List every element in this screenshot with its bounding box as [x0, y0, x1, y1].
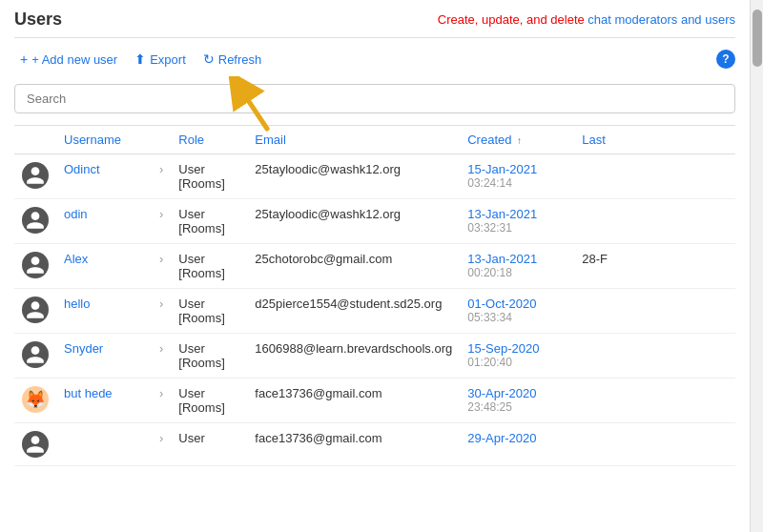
chevron-cell: › [152, 244, 171, 289]
avatar [22, 431, 49, 458]
col-last[interactable]: Last [574, 126, 735, 154]
table-row: ›Userface13736@gmail.com29-Apr-2020 [14, 423, 735, 466]
description-link[interactable]: chat moderators and users [588, 12, 735, 27]
role-cell: User [Rooms] [171, 289, 247, 334]
avatar-cell [14, 289, 56, 334]
email-cell: face13736@gmail.com [247, 423, 460, 466]
col-role[interactable]: Role [171, 126, 247, 154]
username-cell[interactable]: hello [56, 289, 152, 334]
col-username[interactable]: Username [56, 126, 152, 154]
created-date: 29-Apr-2020 [467, 431, 567, 445]
export-icon: ⬆ [134, 51, 146, 67]
username-cell[interactable]: Odinct [56, 154, 152, 199]
sort-arrow-created: ↑ [517, 135, 522, 146]
avatar-cell [14, 244, 56, 289]
table-row: Alex›User [Rooms]25chotorobc@gmail.com13… [14, 244, 735, 289]
table-row: 🦊but hede›User [Rooms]face13736@gmail.co… [14, 379, 735, 423]
created-cell: 13-Jan-2021 00:20:18 [460, 244, 574, 289]
created-cell: 29-Apr-2020 [460, 423, 574, 466]
chevron-cell: › [152, 379, 171, 423]
refresh-button[interactable]: ↻ Refresh [197, 48, 268, 71]
plus-icon: + [20, 51, 28, 67]
username-cell[interactable]: but hede [56, 379, 152, 423]
chevron-cell: › [152, 289, 171, 334]
email-cell: 25tayloodic@washk12.org [247, 199, 460, 244]
scrollbar[interactable] [750, 0, 763, 532]
role-cell: User [171, 423, 247, 466]
avatar [22, 297, 49, 323]
page-header: Users Create, update, and delete chat mo… [14, 10, 735, 38]
email-cell: face13736@gmail.com [247, 379, 460, 423]
created-date: 13-Jan-2021 [467, 207, 567, 221]
col-email[interactable]: Email [247, 126, 460, 154]
created-cell: 30-Apr-2020 23:48:25 [460, 379, 574, 423]
username-cell[interactable] [56, 423, 152, 466]
email-cell: 25tayloodic@washk12.org [247, 154, 460, 199]
last-cell [574, 154, 735, 199]
table-row: odin›User [Rooms]25tayloodic@washk12.org… [14, 199, 735, 244]
created-date: 13-Jan-2021 [467, 252, 567, 266]
avatar-cell [14, 199, 56, 244]
created-time: 01:20:40 [467, 356, 567, 369]
last-cell [574, 289, 735, 334]
help-button[interactable]: ? [716, 50, 735, 69]
role-cell: User [Rooms] [171, 244, 247, 289]
last-cell [574, 199, 735, 244]
avatar [22, 162, 49, 189]
created-date: 15-Sep-2020 [467, 341, 567, 356]
refresh-icon: ↻ [203, 51, 215, 67]
scrollbar-thumb[interactable] [753, 10, 762, 67]
role-cell: User [Rooms] [171, 154, 247, 199]
table-row: hello›User [Rooms]d25pierce1554@student.… [14, 289, 735, 334]
avatar [22, 252, 49, 278]
chevron-cell: › [152, 423, 171, 466]
created-date: 30-Apr-2020 [467, 386, 567, 400]
username-cell[interactable]: Alex [56, 244, 152, 289]
username-cell[interactable]: Snyder [56, 334, 152, 379]
last-cell: 28-F [574, 244, 735, 289]
avatar-cell [14, 334, 56, 379]
username-cell[interactable]: odin [56, 199, 152, 244]
export-button[interactable]: ⬆ Export [129, 48, 192, 71]
col-created[interactable]: Created ↑ [460, 126, 574, 154]
created-time: 00:20:18 [467, 266, 567, 279]
avatar [22, 341, 49, 368]
col-avatar [14, 126, 56, 154]
search-container [14, 84, 735, 113]
avatar: 🦊 [22, 386, 49, 413]
email-cell: 25chotorobc@gmail.com [247, 244, 460, 289]
created-date: 01-Oct-2020 [467, 297, 567, 311]
chevron-cell: › [152, 199, 171, 244]
created-time: 03:24:14 [467, 176, 567, 190]
toolbar: + + Add new user ⬆ Export ↻ Refresh [14, 48, 735, 71]
col-chevron [152, 126, 171, 154]
users-table: Username Role Email Created ↑ Last [14, 125, 735, 466]
chevron-cell: › [152, 334, 171, 379]
email-cell: 1606988@learn.brevardschools.org [247, 334, 460, 379]
page-title: Users [14, 10, 62, 30]
last-cell [574, 334, 735, 379]
created-cell: 13-Jan-2021 03:32:31 [460, 199, 574, 244]
search-input[interactable] [14, 84, 735, 113]
created-cell: 15-Jan-2021 03:24:14 [460, 154, 574, 199]
avatar [22, 207, 49, 234]
avatar-cell [14, 423, 56, 466]
role-cell: User [Rooms] [171, 379, 247, 423]
table-row: Snyder›User [Rooms]1606988@learn.brevard… [14, 334, 735, 379]
last-cell [574, 379, 735, 423]
created-time: 05:33:34 [467, 311, 567, 324]
created-time: 23:48:25 [467, 400, 567, 414]
created-cell: 01-Oct-2020 05:33:34 [460, 289, 574, 334]
avatar-cell: 🦊 [14, 379, 56, 423]
table-header-row: Username Role Email Created ↑ Last [14, 126, 735, 154]
table-row: Odinct›User [Rooms]25tayloodic@washk12.o… [14, 154, 735, 199]
role-cell: User [Rooms] [171, 199, 247, 244]
email-cell: d25pierce1554@student.sd25.org [247, 289, 460, 334]
last-cell [574, 423, 735, 466]
page-description: Create, update, and delete chat moderato… [438, 12, 735, 27]
chevron-cell: › [152, 154, 171, 199]
add-user-button[interactable]: + + Add new user [14, 48, 123, 71]
created-time: 03:32:31 [467, 221, 567, 235]
role-cell: User [Rooms] [171, 334, 247, 379]
created-cell: 15-Sep-2020 01:20:40 [460, 334, 574, 379]
